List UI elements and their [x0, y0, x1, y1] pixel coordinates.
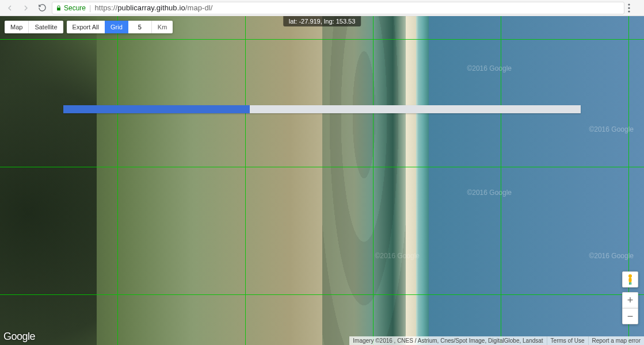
- svg-rect-4: [629, 278, 632, 282]
- coords-readout: lat: -27.919, lng: 153.53: [283, 16, 361, 26]
- pegman-button[interactable]: [622, 271, 638, 288]
- url-text: https://publicarray.github.io/map-dl/: [94, 3, 212, 12]
- google-logo: Google: [3, 331, 35, 343]
- grid-size-input[interactable]: [128, 21, 151, 33]
- grid-toggle[interactable]: Grid: [105, 21, 128, 33]
- maptype-control: Map Satellite: [5, 21, 63, 33]
- terrain-river: [322, 16, 406, 345]
- maptype-satellite-button[interactable]: Satellite: [28, 21, 63, 33]
- report-error-link[interactable]: Report a map error: [588, 336, 644, 345]
- lock-icon: [56, 5, 62, 12]
- reload-button[interactable]: [36, 2, 48, 14]
- chrome-menu-button[interactable]: [628, 3, 641, 13]
- imagery-attribution: Imagery ©2016 , CNES / Astrium, Cnes/Spo…: [349, 336, 546, 345]
- terms-link[interactable]: Terms of Use: [547, 336, 588, 345]
- watermark: ©2016 Google: [589, 252, 634, 260]
- forward-button[interactable]: [20, 2, 32, 14]
- maptype-map-button[interactable]: Map: [5, 21, 28, 33]
- map-canvas[interactable]: Map Satellite Export All Grid Km lat: -2…: [0, 16, 644, 345]
- terrain-beach: [406, 16, 416, 345]
- watermark: ©2016 Google: [467, 64, 512, 72]
- arrow-right-icon: [21, 3, 31, 13]
- export-all-button[interactable]: Export All: [67, 21, 105, 33]
- terrain-forest: [0, 16, 97, 345]
- kebab-icon: [628, 3, 630, 13]
- secure-label: Secure: [64, 4, 86, 12]
- attribution-bar: Imagery ©2016 , CNES / Astrium, Cnes/Spo…: [349, 336, 644, 345]
- zoom-controls: + −: [622, 271, 638, 324]
- svg-point-1: [628, 7, 630, 9]
- zoom-out-button[interactable]: −: [622, 308, 638, 324]
- svg-rect-6: [631, 282, 632, 285]
- grid-unit-label: Km: [151, 21, 173, 33]
- address-bar[interactable]: Secure | https://publicarray.github.io/m…: [52, 2, 624, 14]
- arrow-left-icon: [5, 3, 14, 13]
- reload-icon: [38, 3, 47, 12]
- progress-fill: [63, 105, 250, 113]
- export-grid-control: Export All Grid Km: [67, 21, 173, 33]
- watermark: ©2016 Google: [375, 252, 420, 260]
- back-button[interactable]: [3, 2, 16, 14]
- svg-point-3: [628, 274, 632, 278]
- watermark: ©2016 Google: [467, 189, 512, 197]
- map-toolbar: Map Satellite Export All Grid Km: [5, 21, 173, 33]
- zoom-in-button[interactable]: +: [622, 292, 638, 308]
- pegman-icon: [626, 274, 634, 285]
- terrain-surf: [416, 16, 429, 345]
- progress-bar: [63, 105, 581, 113]
- secure-badge: Secure: [56, 4, 86, 12]
- browser-chrome: Secure | https://publicarray.github.io/m…: [0, 0, 644, 16]
- watermark: ©2016 Google: [589, 125, 634, 133]
- svg-point-2: [628, 10, 630, 12]
- svg-rect-5: [629, 282, 630, 285]
- svg-point-0: [628, 3, 630, 5]
